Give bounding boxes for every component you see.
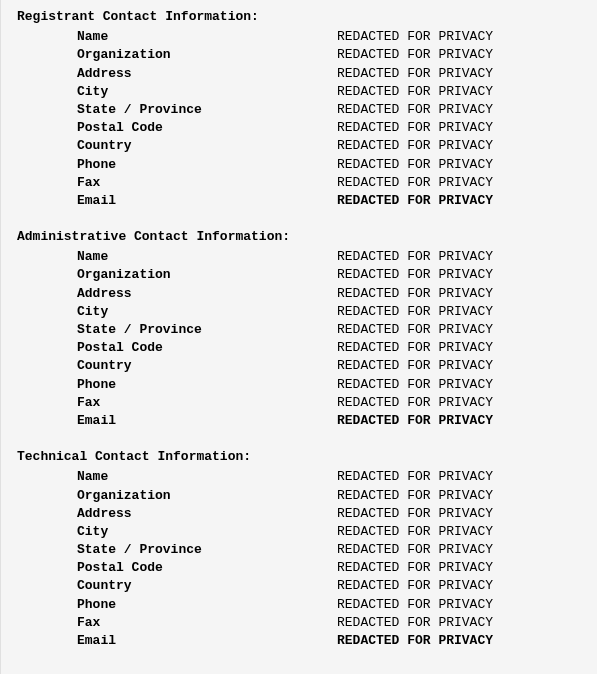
field-label: Postal Code xyxy=(17,559,337,577)
field-label: Fax xyxy=(17,614,337,632)
field-row: AddressREDACTED FOR PRIVACY xyxy=(17,65,593,83)
field-value: REDACTED FOR PRIVACY xyxy=(337,248,493,266)
field-row: CityREDACTED FOR PRIVACY xyxy=(17,523,593,541)
whois-contact-info: Registrant Contact Information:NameREDAC… xyxy=(17,8,593,650)
field-value: REDACTED FOR PRIVACY xyxy=(337,394,493,412)
field-value: REDACTED FOR PRIVACY xyxy=(337,505,493,523)
field-label: Email xyxy=(17,192,337,210)
field-label: State / Province xyxy=(17,321,337,339)
field-row: PhoneREDACTED FOR PRIVACY xyxy=(17,156,593,174)
field-value: REDACTED FOR PRIVACY xyxy=(337,285,493,303)
field-label: Name xyxy=(17,28,337,46)
field-label: City xyxy=(17,83,337,101)
field-label: Name xyxy=(17,248,337,266)
field-row: State / ProvinceREDACTED FOR PRIVACY xyxy=(17,541,593,559)
field-label: Phone xyxy=(17,596,337,614)
field-label: Fax xyxy=(17,394,337,412)
field-value: REDACTED FOR PRIVACY xyxy=(337,101,493,119)
field-row: State / ProvinceREDACTED FOR PRIVACY xyxy=(17,101,593,119)
field-value: REDACTED FOR PRIVACY xyxy=(337,46,493,64)
field-value: REDACTED FOR PRIVACY xyxy=(337,577,493,595)
field-value: REDACTED FOR PRIVACY xyxy=(337,339,493,357)
field-value: REDACTED FOR PRIVACY xyxy=(337,192,493,210)
field-label: Country xyxy=(17,357,337,375)
field-label: Phone xyxy=(17,156,337,174)
field-label: Address xyxy=(17,285,337,303)
field-label: Organization xyxy=(17,266,337,284)
field-row: EmailREDACTED FOR PRIVACY xyxy=(17,192,593,210)
field-value: REDACTED FOR PRIVACY xyxy=(337,174,493,192)
field-row: CityREDACTED FOR PRIVACY xyxy=(17,303,593,321)
field-row: Postal CodeREDACTED FOR PRIVACY xyxy=(17,339,593,357)
field-value: REDACTED FOR PRIVACY xyxy=(337,523,493,541)
field-label: Postal Code xyxy=(17,119,337,137)
section-title: Technical Contact Information: xyxy=(17,448,593,466)
field-value: REDACTED FOR PRIVACY xyxy=(337,119,493,137)
field-row: FaxREDACTED FOR PRIVACY xyxy=(17,394,593,412)
field-label: Country xyxy=(17,137,337,155)
field-value: REDACTED FOR PRIVACY xyxy=(337,412,493,430)
field-row: PhoneREDACTED FOR PRIVACY xyxy=(17,596,593,614)
section-title: Administrative Contact Information: xyxy=(17,228,593,246)
field-row: EmailREDACTED FOR PRIVACY xyxy=(17,412,593,430)
field-value: REDACTED FOR PRIVACY xyxy=(337,83,493,101)
field-label: State / Province xyxy=(17,101,337,119)
field-value: REDACTED FOR PRIVACY xyxy=(337,321,493,339)
field-row: State / ProvinceREDACTED FOR PRIVACY xyxy=(17,321,593,339)
field-row: NameREDACTED FOR PRIVACY xyxy=(17,248,593,266)
field-label: Fax xyxy=(17,174,337,192)
field-value: REDACTED FOR PRIVACY xyxy=(337,303,493,321)
field-row: FaxREDACTED FOR PRIVACY xyxy=(17,174,593,192)
field-row: Postal CodeREDACTED FOR PRIVACY xyxy=(17,559,593,577)
field-row: AddressREDACTED FOR PRIVACY xyxy=(17,505,593,523)
field-label: Email xyxy=(17,412,337,430)
field-value: REDACTED FOR PRIVACY xyxy=(337,487,493,505)
field-row: CountryREDACTED FOR PRIVACY xyxy=(17,357,593,375)
field-row: OrganizationREDACTED FOR PRIVACY xyxy=(17,46,593,64)
field-value: REDACTED FOR PRIVACY xyxy=(337,614,493,632)
field-value: REDACTED FOR PRIVACY xyxy=(337,266,493,284)
field-row: CountryREDACTED FOR PRIVACY xyxy=(17,577,593,595)
field-row: AddressREDACTED FOR PRIVACY xyxy=(17,285,593,303)
field-label: Phone xyxy=(17,376,337,394)
field-label: Address xyxy=(17,65,337,83)
field-label: Country xyxy=(17,577,337,595)
section-title: Registrant Contact Information: xyxy=(17,8,593,26)
field-value: REDACTED FOR PRIVACY xyxy=(337,137,493,155)
field-row: CityREDACTED FOR PRIVACY xyxy=(17,83,593,101)
field-row: NameREDACTED FOR PRIVACY xyxy=(17,468,593,486)
field-value: REDACTED FOR PRIVACY xyxy=(337,65,493,83)
field-value: REDACTED FOR PRIVACY xyxy=(337,376,493,394)
field-row: Postal CodeREDACTED FOR PRIVACY xyxy=(17,119,593,137)
field-label: Address xyxy=(17,505,337,523)
field-label: Name xyxy=(17,468,337,486)
field-value: REDACTED FOR PRIVACY xyxy=(337,28,493,46)
field-value: REDACTED FOR PRIVACY xyxy=(337,632,493,650)
field-row: EmailREDACTED FOR PRIVACY xyxy=(17,632,593,650)
contact-section: Registrant Contact Information:NameREDAC… xyxy=(17,8,593,210)
field-row: FaxREDACTED FOR PRIVACY xyxy=(17,614,593,632)
field-label: Postal Code xyxy=(17,339,337,357)
field-value: REDACTED FOR PRIVACY xyxy=(337,559,493,577)
field-label: State / Province xyxy=(17,541,337,559)
contact-section: Technical Contact Information:NameREDACT… xyxy=(17,448,593,650)
field-value: REDACTED FOR PRIVACY xyxy=(337,156,493,174)
field-label: Organization xyxy=(17,487,337,505)
field-row: OrganizationREDACTED FOR PRIVACY xyxy=(17,487,593,505)
field-value: REDACTED FOR PRIVACY xyxy=(337,468,493,486)
field-label: Email xyxy=(17,632,337,650)
field-row: CountryREDACTED FOR PRIVACY xyxy=(17,137,593,155)
field-row: OrganizationREDACTED FOR PRIVACY xyxy=(17,266,593,284)
field-label: City xyxy=(17,523,337,541)
field-value: REDACTED FOR PRIVACY xyxy=(337,357,493,375)
field-row: PhoneREDACTED FOR PRIVACY xyxy=(17,376,593,394)
contact-section: Administrative Contact Information:NameR… xyxy=(17,228,593,430)
field-row: NameREDACTED FOR PRIVACY xyxy=(17,28,593,46)
field-value: REDACTED FOR PRIVACY xyxy=(337,541,493,559)
field-label: Organization xyxy=(17,46,337,64)
field-value: REDACTED FOR PRIVACY xyxy=(337,596,493,614)
field-label: City xyxy=(17,303,337,321)
